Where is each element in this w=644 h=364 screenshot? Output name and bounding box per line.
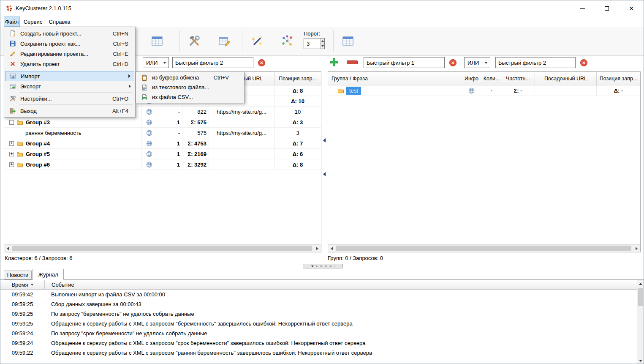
table-row[interactable]: + Group #4 1 Σ: 4753 Δ: 7	[4, 138, 321, 149]
expand-icon[interactable]: +	[9, 162, 14, 167]
left-quick-filter-input[interactable]	[172, 57, 253, 68]
left-horizontal-scrollbar[interactable]	[4, 244, 321, 252]
panel-splitter[interactable]	[321, 71, 328, 252]
scroll-down-arrow[interactable]	[637, 357, 644, 364]
spinner-up-button[interactable]	[321, 38, 324, 44]
column-header-group-phrase[interactable]: Группа / Фраза	[328, 72, 461, 85]
close-button[interactable]: ✕	[619, 0, 644, 16]
grid-button[interactable]	[340, 33, 356, 49]
globe-icon	[146, 161, 152, 168]
marked-table-button[interactable]	[149, 33, 165, 49]
collapse-left-arrow-icon[interactable]	[323, 138, 326, 142]
left-filter-operator-select[interactable]: ИЛИ	[143, 57, 169, 68]
submenu-item-from-text-file[interactable]: из текстового файла...	[137, 82, 243, 92]
menu-item-exit[interactable]: Выход Alt+F4	[5, 106, 134, 116]
menu-item-save-project-as[interactable]: Сохранить проект как... Ctrl+S	[5, 38, 134, 49]
right-filter-2-clear-button[interactable]: ✕	[580, 59, 587, 66]
menu-item-edit-project[interactable]: Редактирование проекта... Ctrl+E	[5, 49, 134, 59]
menu-item-delete-project[interactable]: Удалить проект Ctrl+D	[5, 59, 134, 69]
exit-icon	[9, 107, 16, 114]
save-project-icon	[9, 40, 16, 47]
import-submenu-popup: из буфера обмена Ctrl+V из текстового фа…	[136, 71, 245, 103]
scroll-left-arrow[interactable]	[328, 245, 335, 252]
threshold-input[interactable]	[304, 38, 320, 49]
clipboard-icon	[141, 74, 148, 81]
submenu-item-from-clipboard[interactable]: из буфера обмена Ctrl+V	[137, 73, 243, 82]
minimize-button[interactable]	[570, 0, 595, 16]
log-row[interactable]: 09:59:24 Обращение к сервису работы с XM…	[0, 338, 634, 348]
collapse-left-arrow-icon[interactable]	[323, 172, 326, 176]
right-quick-filter-1-input[interactable]	[364, 57, 445, 68]
remove-group-button[interactable]	[347, 60, 358, 64]
log-column-time[interactable]: Время	[0, 280, 45, 289]
menu-item-settings[interactable]: Настройки... Ctrl+O	[5, 93, 134, 104]
table-row[interactable]: − Group #3 1 Σ: 575 Δ: 3	[4, 117, 321, 128]
log-row[interactable]: 09:59:42 Выполнен импорт из файла CSV за…	[0, 290, 634, 299]
toolbar-separator	[242, 30, 242, 52]
collapse-icon[interactable]: −	[9, 120, 14, 125]
right-quick-filter-2-input[interactable]	[495, 57, 576, 68]
menu-file[interactable]: Файл	[4, 16, 20, 27]
globe-icon	[146, 130, 152, 136]
clusterize-button[interactable]	[279, 33, 295, 49]
log-row[interactable]: 09:59:22 Обращение к сервису работы с XM…	[0, 348, 634, 358]
log-row[interactable]: 09:59:24 По запросу "срок беременности" …	[0, 328, 634, 338]
column-header-position[interactable]: Позиция запр...	[597, 72, 640, 85]
column-header-position[interactable]: Позиция запр...	[274, 72, 321, 85]
column-header-landing-url[interactable]: Посадочный URL	[535, 72, 597, 85]
log-column-event[interactable]: Событие	[45, 280, 644, 289]
submenu-item-from-csv-file[interactable]: CSV из файла CSV...	[137, 92, 243, 102]
menu-item-import[interactable]: Импорт	[5, 71, 134, 81]
groups-panel: Группа / Фраза Инфо Коли... Частотн... П…	[328, 71, 641, 252]
collapse-down-icon	[311, 265, 314, 267]
spinner-down-button[interactable]	[321, 44, 324, 49]
column-header-frequency[interactable]: Частотн...	[501, 72, 535, 85]
scrollbar-thumb[interactable]	[336, 246, 631, 251]
bottom-panel-collapse-handle[interactable]	[303, 264, 343, 268]
grid-icon	[341, 34, 355, 48]
left-filter-clear-button[interactable]: ✕	[258, 59, 265, 66]
menu-item-export[interactable]: Экспорт	[5, 81, 134, 91]
folder-icon	[16, 151, 23, 157]
scrollbar-track[interactable]	[11, 245, 314, 252]
log-row[interactable]: 09:59:25 По запросу "беременность" не уд…	[0, 309, 634, 319]
menu-help[interactable]: Справка	[46, 16, 73, 27]
scrollbar-thumb[interactable]	[638, 288, 643, 306]
menu-item-new-project[interactable]: Создать новый проект... Ctrl+N	[5, 28, 134, 38]
table-row[interactable]: + Group #6 1 Σ: 3292 Δ: 8	[4, 159, 321, 170]
magic-wand-button[interactable]	[249, 33, 265, 49]
right-horizontal-scrollbar[interactable]	[328, 244, 640, 252]
import-icon	[10, 73, 16, 79]
tab-journal[interactable]: Журнал	[33, 269, 64, 280]
expand-icon[interactable]: +	[9, 141, 14, 146]
scrollbar-track[interactable]	[637, 287, 644, 357]
scroll-up-arrow[interactable]	[637, 280, 644, 287]
right-filter-operator-select[interactable]: ИЛИ	[464, 57, 490, 68]
scrollbar-thumb[interactable]	[12, 246, 312, 251]
column-header-count[interactable]: Коли...	[482, 72, 501, 85]
table-row[interactable]: + Group #5 1 Σ: 2169 Δ: 6	[4, 149, 321, 159]
log-row[interactable]: 09:59:25 Обращение к сервису работы с XM…	[0, 319, 634, 328]
table-row[interactable]: test - Σ: - Δ: -	[328, 85, 640, 96]
maximize-button[interactable]	[595, 0, 619, 16]
tab-news[interactable]: Новости	[4, 271, 32, 279]
scroll-left-arrow[interactable]	[4, 245, 11, 252]
log-vertical-scrollbar[interactable]	[637, 280, 644, 364]
scroll-right-arrow[interactable]	[314, 245, 321, 252]
menu-service[interactable]: Сервис	[21, 16, 45, 27]
titlebar[interactable]: KeyClusterer 2.1.0.115 ✕	[0, 0, 644, 16]
globe-icon	[468, 88, 475, 94]
table-edit-button[interactable]	[217, 33, 233, 49]
tools-button[interactable]	[186, 33, 202, 49]
csv-file-icon: CSV	[141, 94, 148, 101]
scrollbar-track[interactable]	[335, 245, 633, 252]
expand-icon[interactable]: +	[9, 152, 14, 156]
add-group-button[interactable]	[329, 57, 339, 67]
column-header-info[interactable]: Инфо	[461, 72, 482, 85]
table-row[interactable]: ранняя беременность - 575 https://my-sit…	[4, 128, 321, 138]
scroll-right-arrow[interactable]	[633, 245, 640, 252]
log-row[interactable]: 09:59:25 Сбор данных завершен за 00:00:4…	[0, 299, 634, 309]
app-window: KeyClusterer 2.1.0.115 ✕ Файл Сервис Спр…	[0, 0, 644, 364]
right-filter-1-clear-button[interactable]: ✕	[449, 59, 457, 66]
close-icon: ✕	[629, 5, 634, 11]
